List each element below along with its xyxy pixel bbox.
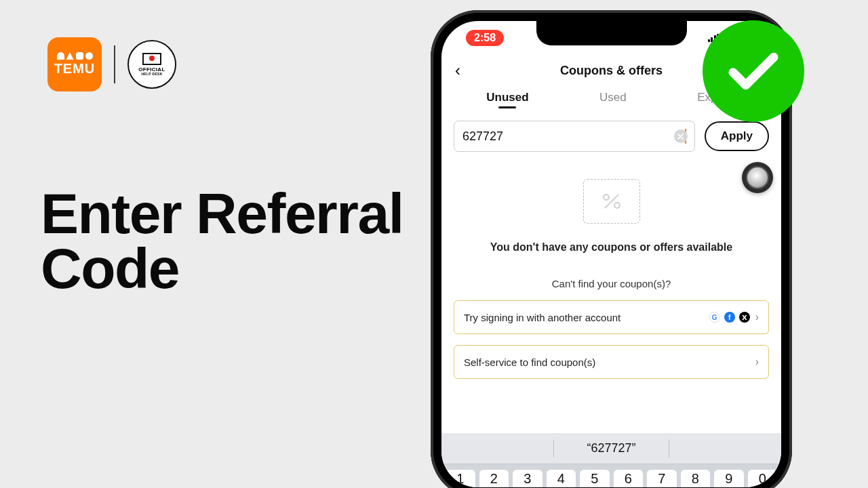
assistive-touch-button[interactable]	[742, 162, 773, 193]
headline-line-1: Enter Referral	[41, 186, 403, 241]
screen-title: Coupons & offers	[560, 64, 663, 78]
self-service-label: Self-service to find coupon(s)	[464, 357, 595, 368]
signin-other-account-card[interactable]: Try signing in with another account G f …	[454, 300, 769, 334]
x-icon: 𝗫	[739, 312, 750, 323]
phone-notch	[536, 21, 687, 45]
temu-logo-icons	[57, 52, 93, 60]
key-1[interactable]: 1	[446, 470, 475, 487]
apply-button[interactable]: Apply	[705, 121, 769, 151]
back-button[interactable]: ‹	[455, 62, 460, 79]
empty-state: You don't have any coupons or offers ava…	[441, 179, 781, 289]
key-9[interactable]: 9	[714, 470, 744, 487]
keyboard-suggestion[interactable]: “627727”	[441, 433, 781, 464]
code-input[interactable]	[462, 129, 686, 144]
tab-unused[interactable]: Unused	[481, 86, 534, 111]
svg-point-1	[614, 203, 620, 208]
coupon-placeholder-icon	[583, 179, 640, 224]
empty-hint: Can't find your coupon(s)?	[552, 278, 671, 289]
signin-card-label: Try signing in with another account	[464, 312, 620, 323]
key-7[interactable]: 7	[647, 470, 677, 487]
code-input-wrap[interactable]	[454, 121, 695, 152]
success-check-badge	[703, 20, 804, 122]
chevron-right-icon: ›	[755, 311, 759, 323]
check-icon	[723, 41, 784, 102]
temu-logo-text: TEMU	[54, 61, 96, 77]
clear-input-button[interactable]	[674, 129, 688, 143]
svg-line-2	[605, 195, 618, 208]
logo-row: TEMU OFFICIAL HELP DESK	[47, 37, 176, 92]
google-icon: G	[709, 312, 720, 323]
logo-divider	[114, 45, 115, 83]
key-3[interactable]: 3	[513, 470, 542, 487]
signin-card-icons: G f 𝗫 ›	[709, 311, 759, 323]
page-title: Enter Referral Code	[41, 186, 403, 297]
key-5[interactable]: 5	[580, 470, 610, 487]
empty-message: You don't have any coupons or offers ava…	[490, 241, 732, 253]
status-time: 2:58	[466, 30, 504, 46]
tab-used[interactable]: Used	[594, 86, 632, 111]
keyboard: “627727” 1 2 3 4 5 6 7 8 9 0	[441, 433, 781, 487]
keyboard-row: 1 2 3 4 5 6 7 8 9 0	[441, 464, 781, 487]
code-input-row: Apply	[441, 111, 781, 159]
helpdesk-text-bottom: HELP DESK	[141, 73, 162, 76]
key-4[interactable]: 4	[547, 470, 576, 487]
headline-line-2: Code	[41, 241, 403, 296]
key-0[interactable]: 0	[748, 470, 778, 487]
key-2[interactable]: 2	[479, 470, 509, 487]
helpdesk-logo: OFFICIAL HELP DESK	[127, 40, 176, 89]
key-6[interactable]: 6	[614, 470, 644, 487]
self-service-card[interactable]: Self-service to find coupon(s) ›	[454, 345, 769, 379]
chevron-right-icon: ›	[755, 356, 759, 368]
key-8[interactable]: 8	[681, 470, 711, 487]
temu-logo: TEMU	[47, 37, 102, 92]
facebook-icon: f	[724, 312, 735, 323]
svg-point-0	[604, 195, 609, 200]
